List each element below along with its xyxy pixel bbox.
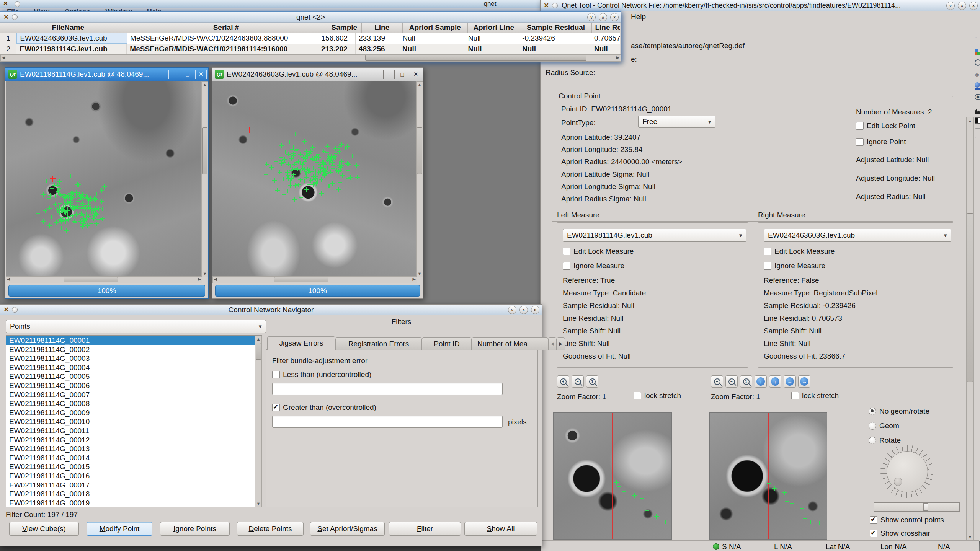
scroll-right-icon[interactable]: ▶ (616, 55, 619, 60)
control-point-marker-icon[interactable] (282, 157, 287, 162)
list-item[interactable]: EW0211981114G_00011 (9, 426, 262, 435)
control-point-marker-icon[interactable] (295, 160, 299, 165)
control-point-marker-icon[interactable] (272, 178, 277, 183)
control-point-marker-icon[interactable] (49, 215, 54, 219)
col-apriori-sample[interactable]: Apriori Sample (403, 23, 468, 33)
ignore-point-checkbox[interactable] (856, 138, 864, 146)
col-sample-residual[interactable]: Sample Residual (520, 23, 592, 33)
control-point-marker-icon[interactable] (292, 197, 297, 202)
control-point-marker-icon[interactable] (274, 159, 278, 164)
close-icon[interactable]: ✕ (969, 2, 978, 10)
control-point-marker-icon[interactable] (334, 152, 338, 156)
cubes-icon[interactable] (975, 48, 980, 57)
cell-line[interactable]: 483.256 (356, 44, 399, 54)
slider-handle[interactable] (923, 503, 928, 511)
advanced-track-tool-icon[interactable]: → (975, 128, 980, 138)
show-control-points-checkbox[interactable] (870, 516, 877, 524)
dial-handle[interactable] (894, 478, 902, 486)
point-type-select[interactable]: Free▼ (638, 116, 715, 128)
control-point-marker-icon[interactable] (302, 139, 307, 144)
zoom-in-icon[interactable]: + (557, 375, 569, 388)
qnet-tool-titlebar[interactable]: ✕ Qnet Tool - Control Network File: /hom… (541, 0, 980, 11)
list-item[interactable]: EW0211981114G_00009 (9, 408, 262, 417)
qnet-tool-vertical-scrollbar[interactable]: ▲ ▼ (966, 117, 974, 541)
scrollbar-thumb[interactable] (256, 343, 261, 360)
control-point-marker-icon[interactable] (327, 184, 332, 188)
control-point-marker-icon[interactable] (92, 196, 97, 201)
control-point-marker-icon[interactable] (303, 192, 307, 196)
control-point-marker-icon[interactable] (265, 162, 269, 166)
control-point-marker-icon[interactable] (102, 184, 107, 189)
list-item[interactable]: EW0211981114G_00013 (9, 444, 262, 453)
left-lock-stretch-checkbox[interactable] (634, 392, 641, 399)
viewer-left-image[interactable] (6, 81, 201, 276)
show-crosshair-checkbox[interactable] (870, 530, 877, 537)
control-point-marker-icon[interactable] (293, 183, 298, 188)
control-point-marker-icon[interactable] (286, 189, 290, 193)
control-point-marker-icon[interactable] (350, 154, 354, 158)
list-item[interactable]: EW0211981114G_00010 (9, 417, 262, 426)
control-point-marker-icon[interactable] (53, 202, 57, 207)
viewer-right-image[interactable] (212, 81, 416, 276)
view-cubes-button[interactable]: View Cube(s) (9, 522, 79, 536)
right-lock-stretch-checkbox[interactable] (791, 392, 799, 399)
greater-than-checkbox[interactable] (272, 404, 280, 411)
cell-apriori-line[interactable]: Null (465, 33, 519, 44)
col-apriori-line[interactable]: Apriori Line (468, 23, 520, 33)
control-point-marker-icon[interactable] (270, 165, 274, 170)
cell-serial[interactable]: MeSSEnGeR/MDIS-WAC/1/0211981114:916000 (127, 44, 318, 54)
control-point-marker-icon[interactable] (333, 146, 338, 151)
control-point-marker-icon[interactable] (319, 177, 323, 182)
col-filename[interactable]: FileName (11, 23, 125, 33)
qnet2-titlebar[interactable]: ✕ qnet <2> ∨ ∧ ✕ (0, 12, 621, 23)
control-point-marker-icon[interactable] (70, 181, 74, 185)
scroll-up-icon[interactable]: ▲ (202, 82, 208, 88)
right-measure-cube-select[interactable]: EW0242463603G.lev1.cub▼ (764, 229, 951, 242)
cell-serial[interactable]: MeSSEnGeR/MDIS-WAC/1/0242463603:888000 (127, 33, 318, 44)
control-point-marker-icon[interactable] (279, 143, 284, 148)
cell-apriori-sample[interactable]: Null (399, 44, 465, 54)
control-point-marker-icon[interactable] (67, 214, 71, 218)
list-item[interactable]: EW0211981114G_00012 (9, 435, 262, 445)
control-point-marker-icon[interactable] (314, 169, 318, 173)
cell-apriori-sample[interactable]: Null (399, 33, 465, 44)
filter-button[interactable]: Filter (389, 522, 461, 536)
move-right-icon[interactable]: → (798, 375, 810, 388)
zoom-out-icon[interactable]: − (572, 375, 584, 388)
list-mode-select[interactable]: Points▼ (6, 320, 266, 333)
qnet2-hscrollbar[interactable]: ◀ ▶ (0, 54, 621, 62)
left-ignore-measure-checkbox[interactable] (563, 262, 570, 270)
scrollbar-thumb[interactable] (967, 213, 973, 382)
close-icon[interactable]: ✕ (195, 70, 207, 79)
scrollbar-thumb[interactable] (202, 127, 207, 174)
control-point-marker-icon[interactable] (339, 142, 344, 147)
list-item[interactable]: EW0211981114G_00001 (6, 336, 262, 345)
control-point-marker-icon[interactable] (336, 187, 341, 192)
cell-apriori-line[interactable]: Null (465, 44, 519, 54)
list-item[interactable]: EW0211981114G_00002 (9, 345, 262, 354)
control-point-marker-icon[interactable] (295, 167, 300, 171)
control-point-marker-icon[interactable] (319, 191, 324, 196)
table-row[interactable]: 1 EW0242463603G.lev1.cub MeSSEnGeR/MDIS-… (0, 33, 620, 44)
control-point-marker-icon[interactable] (47, 206, 52, 210)
scrollbar-thumb[interactable] (64, 277, 118, 282)
delete-points-button[interactable]: Delete Points (237, 522, 304, 536)
tab-number-of-measures[interactable]: Number of Mea (472, 337, 548, 350)
list-item[interactable]: EW0211981114G_00005 (9, 372, 262, 381)
control-point-marker-icon[interactable] (312, 153, 316, 157)
scrollbar-thumb[interactable] (365, 55, 586, 61)
control-point-marker-icon[interactable] (288, 183, 292, 188)
minimize-icon[interactable]: ∨ (508, 306, 516, 314)
points-list[interactable]: EW0211981114G_00001 EW0211981114G_00002 … (6, 335, 262, 507)
control-point-marker-icon[interactable] (74, 190, 79, 195)
control-point-marker-icon[interactable] (94, 222, 99, 226)
navigator-titlebar[interactable]: ✕ Control Network Navigator ∨ ∧ ✕ (0, 305, 542, 315)
list-item[interactable]: EW0211981114G_00003 (9, 354, 262, 363)
tab-jigsaw-errors[interactable]: Jigsaw Errors (267, 336, 335, 350)
find-tool-icon[interactable]: ✱ (975, 94, 980, 103)
zoom-in-icon[interactable]: + (711, 375, 723, 388)
control-point-marker-icon[interactable] (78, 206, 82, 211)
less-than-checkbox[interactable] (272, 371, 280, 378)
control-point-marker-icon[interactable] (346, 162, 351, 166)
scroll-left-icon[interactable]: ◀ (7, 277, 10, 282)
